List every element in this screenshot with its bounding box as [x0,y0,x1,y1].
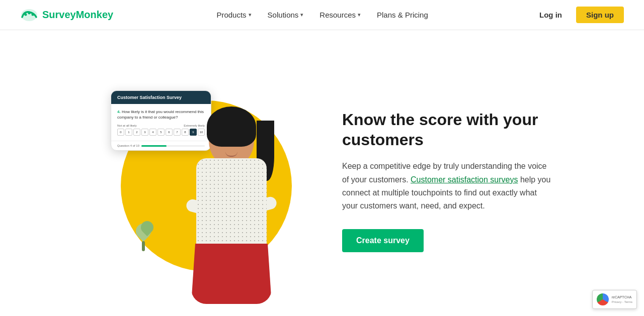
nav-solutions[interactable]: Solutions ▾ [262,7,310,23]
nav-plans-pricing[interactable]: Plans & Pricing [371,7,434,23]
nav-links: Products ▾ Solutions ▾ Resources ▾ Plans… [210,7,434,23]
logo-text: SurveyMonkey [42,9,113,21]
recaptcha-text: reCAPTCHA Privacy - Terms [612,295,632,304]
navigation: SurveyMonkey Products ▾ Solutions ▾ Reso… [0,0,644,30]
decorative-plant [131,221,161,251]
solutions-chevron-icon: ▾ [300,12,303,18]
logo-link[interactable]: SurveyMonkey [20,8,113,22]
svg-point-2 [28,12,31,14]
recaptcha-terms: Terms [624,300,632,303]
question-progress-label: Question 4 of 10 [117,144,139,147]
login-button[interactable]: Log in [531,7,570,23]
logo-icon [20,8,38,22]
person-skirt [191,244,272,304]
nav-right: Log in Sign up [531,7,624,23]
person-body [181,111,282,301]
rating-box-4[interactable]: 4 [149,129,156,136]
rating-box-2[interactable]: 2 [133,129,140,136]
create-survey-button[interactable]: Create survey [342,229,424,252]
svg-point-1 [25,13,27,16]
signup-button[interactable]: Sign up [576,7,624,23]
rating-box-3[interactable]: 3 [141,129,148,136]
person-illustration [166,85,297,301]
person-torso [196,158,267,249]
label-not-likely: Not at all likely [117,124,137,127]
recaptcha-privacy: Privacy [612,300,622,303]
recaptcha-links: Privacy - Terms [612,300,632,304]
person-hair [207,107,256,147]
nav-products[interactable]: Products ▾ [210,7,257,23]
question-number: 4. [117,110,121,114]
recaptcha-logo-icon [597,293,609,305]
hero-description: Keep a competitive edge by truly underst… [342,160,553,213]
hero-section: Customer Satisfaction Survey 4. How like… [0,30,644,316]
rating-box-5[interactable]: 5 [157,129,165,136]
products-chevron-icon: ▾ [249,12,252,18]
hero-title: Know the score with your customers [342,110,553,150]
progress-bar-fill [141,145,167,147]
svg-point-3 [32,13,34,16]
resources-chevron-icon: ▾ [358,12,361,18]
hero-illustration: Customer Satisfaction Survey 4. How like… [91,60,302,301]
nav-resources[interactable]: Resources ▾ [313,7,367,23]
recaptcha-label: reCAPTCHA [612,295,632,300]
rating-box-1[interactable]: 1 [125,129,132,136]
recaptcha-badge: reCAPTCHA Privacy - Terms [592,290,637,309]
rating-box-0[interactable]: 0 [117,129,124,136]
hero-text: Know the score with your customers Keep … [342,110,553,252]
csat-link[interactable]: Customer satisfaction surveys [411,175,518,184]
